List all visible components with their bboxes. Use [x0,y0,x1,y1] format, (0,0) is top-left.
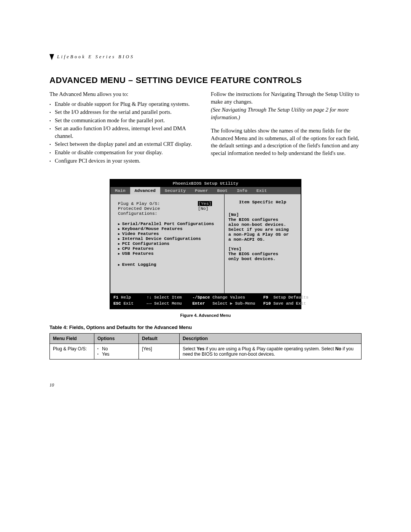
th-options: Options [94,333,139,343]
list-item: Select between the display panel and an … [49,141,200,148]
bios-submenu-item[interactable]: USB Features [118,251,219,256]
th-menu-field: Menu Field [50,333,94,343]
bios-field-row[interactable]: Plug & Play O/S: [Yes] [118,201,219,206]
bios-help-line: only boot devices. [228,256,297,261]
bios-tab-power[interactable]: Power [190,187,213,194]
bios-left-pane: Plug & Play O/S: [Yes] Protected Device … [110,194,225,293]
bios-tab-advanced[interactable]: Advanced [130,187,160,194]
list-item: Set the I/O addresses for the serial and… [49,109,200,116]
right-column: Follow the instructions for Navigating T… [211,91,362,165]
bios-help-line: also non-boot devices. [228,222,297,227]
bios-submenu-item[interactable]: Serial/Parallel Port Configurations [118,221,219,226]
bios-submenu-item[interactable]: Internal Device Configurations [118,236,219,241]
list-item: Configure PCI devices in your system. [49,157,200,165]
bios-tab-security[interactable]: Security [160,187,190,194]
bios-help-line: [No] [228,212,297,217]
bios-tab-info[interactable]: Info [232,187,252,194]
bios-help-line: Select if you are using [228,227,297,232]
th-description: Description [180,333,362,343]
list-item: Enable or disable support for Plug & Pla… [49,101,200,108]
td-default: [Yes] [139,343,180,359]
bios-help-pane: Item Specific Help [No] The BIOS configu… [225,194,301,293]
bios-screenshot: PhoenixBIOS Setup Utility Main Advanced … [110,179,301,309]
bios-tab-boot[interactable]: Boot [213,187,233,194]
bios-key-hint: ←→ Select Menu [147,301,189,307]
bios-help-line: [Yes] [228,246,297,251]
page-title: ADVANCED MENU – SETTING DEVICE FEATURE C… [49,75,362,85]
paragraph: Follow the instructions for Navigating T… [211,91,362,105]
page-number: 10 [49,382,362,388]
bios-key-hint: F1 Help [113,295,143,301]
bios-footer-row: F1 Help ↑↓ Select Item -/Space Change Va… [113,295,298,301]
bios-menu-bar: Main Advanced Security Power Boot Info E… [110,187,301,194]
bios-submenu-item[interactable]: CPU Features [118,246,219,251]
bios-help-line: a non-ACPI OS. [228,237,297,242]
bios-key-hint: -/Space Change Values [192,295,260,301]
bios-submenu-item[interactable]: Event Logging [118,262,219,267]
bios-submenu-item[interactable]: Video Features [118,231,219,236]
bios-field-row[interactable]: Protected Device Configurations: [No] [118,206,219,216]
figure-caption: Figure 4. Advanced Menu [49,313,362,318]
feature-list: Enable or disable support for Plug & Pla… [49,101,200,165]
table-caption: Table 4: Fields, Options and Defaults fo… [49,324,362,330]
bios-help-line: a non-Plug & Play OS or [228,232,297,237]
th-default: Default [139,333,180,343]
bios-submenu-list: Event Logging [118,262,219,267]
list-item: Set an audio function I/O address, inter… [49,125,200,140]
bios-field-label: Plug & Play O/S: [118,201,198,206]
bios-submenu-item[interactable]: Keyboard/Mouse Features [118,226,219,231]
bios-help-title: Item Specific Help [228,200,297,204]
option-item: Yes [97,351,135,357]
bios-submenu-item[interactable]: PCI Configurations [118,241,219,246]
bios-help-line: The BIOS configures [228,251,297,256]
bios-key-hint: F9 Setup Defaults [263,295,309,301]
table-header-row: Menu Field Options Default Description [50,333,362,343]
bios-field-value[interactable]: [Yes] [198,201,212,206]
bios-key-hint: F10 Save and Exit [263,301,306,307]
bios-field-value[interactable]: [No] [198,206,209,216]
option-item: No [97,346,135,351]
left-column: The Advanced Menu allows you to: Enable … [49,91,200,165]
bios-title: PhoenixBIOS Setup Utility [110,180,301,187]
bios-key-hint: ESC Exit [113,301,143,307]
cross-reference: (See Navigating Through The Setup Utilit… [211,106,362,121]
bios-submenu-list: Serial/Parallel Port Configurations Keyb… [118,221,219,256]
bios-body: Plug & Play O/S: [Yes] Protected Device … [110,194,301,293]
bios-tab-main[interactable]: Main [110,187,130,194]
page: LifeBook E Series BIOS ADVANCED MENU – S… [49,0,362,419]
intro-text: The Advanced Menu allows you to: [49,91,200,98]
td-description: Select Yes if you are using a Plug & Pla… [180,343,362,359]
bios-footer-row: ESC Exit ←→ Select Menu Enter Select ▶ S… [113,301,298,307]
bios-key-hint: ↑↓ Select Item [147,295,189,301]
spacer [228,242,297,246]
two-column-body: The Advanced Menu allows you to: Enable … [49,91,362,165]
td-field: Plug & Play O/S: [50,343,94,359]
bios-tab-exit[interactable]: Exit [252,187,272,194]
td-options: No Yes [94,343,139,359]
list-item: Enable or disable compensation for your … [49,149,200,157]
bios-footer: F1 Help ↑↓ Select Item -/Space Change Va… [110,293,301,308]
bios-field-label: Protected Device Configurations: [118,206,198,216]
options-table: Menu Field Options Default Description P… [49,333,362,359]
running-header: LifeBook E Series BIOS [49,53,362,60]
bios-key-hint: Enter Select ▶ Sub-Menu [192,301,260,307]
list-item: Set the communication mode for the paral… [49,117,200,125]
down-arrow-icon [49,54,54,60]
bios-help-line: The BIOS configures [228,217,297,222]
table-row: Plug & Play O/S: No Yes [Yes] Select Yes… [50,343,362,359]
running-header-text: LifeBook E Series BIOS [57,54,134,60]
paragraph: The following tables show the names of t… [211,127,362,157]
